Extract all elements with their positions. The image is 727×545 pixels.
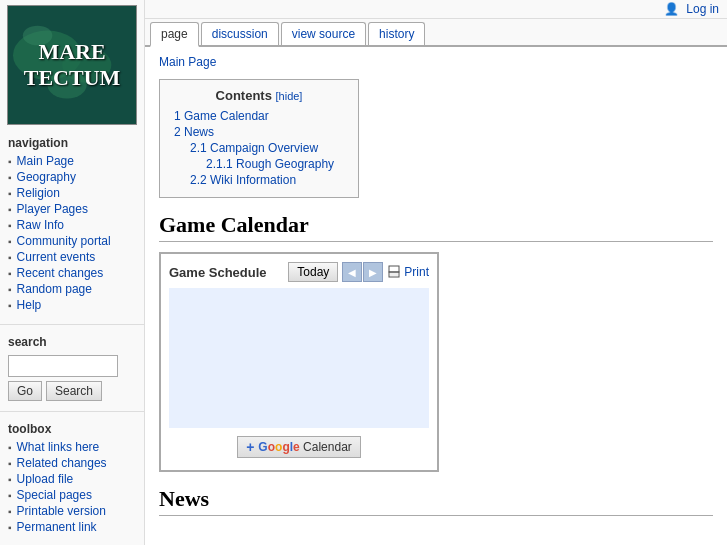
nav-raw-info[interactable]: Raw Info: [17, 218, 64, 232]
bullet-icon: ▪: [8, 236, 12, 247]
list-item: ▪ Random page: [8, 282, 136, 296]
list-item: ▪ Printable version: [8, 504, 136, 518]
bullet-icon: ▪: [8, 474, 12, 485]
search-section: search Go Search: [0, 329, 144, 407]
svg-rect-6: [389, 266, 399, 272]
logo-text: MARE TECTUM: [24, 39, 121, 92]
list-item: ▪ Help: [8, 298, 136, 312]
logo: MARE TECTUM: [7, 5, 137, 125]
toc-hide-button[interactable]: [hide]: [276, 90, 303, 102]
nav-random-page[interactable]: Random page: [17, 282, 92, 296]
sidebar: MARE TECTUM navigation ▪ Main Page ▪ Geo…: [0, 0, 145, 545]
calendar-nav: ◀ ▶: [342, 262, 383, 282]
content-area: Main Page Contents [hide] 1 Game Calenda…: [145, 47, 727, 530]
toc-link-rough-geography[interactable]: 2.1.1 Rough Geography: [206, 157, 334, 171]
calendar-prev-button[interactable]: ◀: [342, 262, 362, 282]
toolbox-permanent-link[interactable]: Permanent link: [17, 520, 97, 534]
toc-link-game-calendar[interactable]: 1 Game Calendar: [174, 109, 269, 123]
list-item: ▪ Player Pages: [8, 202, 136, 216]
news-heading: News: [159, 486, 713, 516]
bullet-icon: ▪: [8, 188, 12, 199]
toc-item: 2 News: [174, 125, 344, 139]
calendar-header: Game Schedule Today ◀ ▶ Print: [169, 262, 429, 282]
list-item: ▪ Geography: [8, 170, 136, 184]
google-plus-icon: +: [246, 439, 254, 455]
search-input[interactable]: [8, 355, 118, 377]
bullet-icon: ▪: [8, 220, 12, 231]
print-icon: [387, 265, 401, 279]
svg-rect-8: [390, 273, 398, 276]
tabs-bar: page discussion view source history: [145, 19, 727, 47]
bullet-icon: ▪: [8, 442, 12, 453]
bullet-icon: ▪: [8, 506, 12, 517]
main-content: 👤 Log in page discussion view source his…: [145, 0, 727, 545]
toc-link-wiki-information[interactable]: 2.2 Wiki Information: [190, 173, 296, 187]
toolbox-upload-file[interactable]: Upload file: [17, 472, 74, 486]
nav-community-portal[interactable]: Community portal: [17, 234, 111, 248]
toc-link-campaign-overview[interactable]: 2.1 Campaign Overview: [190, 141, 318, 155]
breadcrumb[interactable]: Main Page: [159, 55, 713, 69]
bullet-icon: ▪: [8, 252, 12, 263]
tab-page[interactable]: page: [150, 22, 199, 47]
user-icon: 👤: [664, 2, 679, 16]
nav-religion[interactable]: Religion: [17, 186, 60, 200]
navigation-section: navigation ▪ Main Page ▪ Geography ▪ Rel…: [0, 130, 144, 320]
nav-geography[interactable]: Geography: [17, 170, 76, 184]
toc-item: 2.1 Campaign Overview: [190, 141, 344, 155]
calendar-today-button[interactable]: Today: [288, 262, 338, 282]
google-calendar-button[interactable]: + Google Calendar: [237, 436, 361, 458]
toc-item: 2.1.1 Rough Geography: [206, 157, 344, 171]
bullet-icon: ▪: [8, 300, 12, 311]
login-bar: 👤 Log in: [145, 0, 727, 19]
google-calendar-label: Google Calendar: [258, 440, 351, 454]
toc-item: 2.2 Wiki Information: [190, 173, 344, 187]
nav-current-events[interactable]: Current events: [17, 250, 96, 264]
nav-main-page[interactable]: Main Page: [17, 154, 74, 168]
nav-player-pages[interactable]: Player Pages: [17, 202, 88, 216]
nav-help[interactable]: Help: [17, 298, 42, 312]
bullet-icon: ▪: [8, 522, 12, 533]
nav-recent-changes[interactable]: Recent changes: [17, 266, 104, 280]
list-item: ▪ Related changes: [8, 456, 136, 470]
search-button[interactable]: Search: [46, 381, 102, 401]
go-button[interactable]: Go: [8, 381, 42, 401]
list-item: ▪ What links here: [8, 440, 136, 454]
bullet-icon: ▪: [8, 156, 12, 167]
tab-view-source[interactable]: view source: [281, 22, 366, 45]
login-link[interactable]: Log in: [686, 2, 719, 16]
calendar-next-button[interactable]: ▶: [363, 262, 383, 282]
game-calendar-heading: Game Calendar: [159, 212, 713, 242]
bullet-icon: ▪: [8, 204, 12, 215]
bullet-icon: ▪: [8, 172, 12, 183]
bullet-icon: ▪: [8, 458, 12, 469]
list-item: ▪ Upload file: [8, 472, 136, 486]
toolbox-what-links[interactable]: What links here: [17, 440, 100, 454]
bullet-icon: ▪: [8, 490, 12, 501]
search-title: search: [8, 335, 136, 349]
toc-item: 1 Game Calendar: [174, 109, 344, 123]
toc-box: Contents [hide] 1 Game Calendar 2 News: [159, 79, 359, 198]
list-item: ▪ Recent changes: [8, 266, 136, 280]
toc-link-news[interactable]: 2 News: [174, 125, 214, 139]
calendar-body: [169, 288, 429, 428]
list-item: ▪ Current events: [8, 250, 136, 264]
toolbox-special-pages[interactable]: Special pages: [17, 488, 92, 502]
calendar-print-button[interactable]: Print: [387, 265, 429, 279]
list-item: ▪ Special pages: [8, 488, 136, 502]
list-item: ▪ Permanent link: [8, 520, 136, 534]
list-item: ▪ Main Page: [8, 154, 136, 168]
tab-history[interactable]: history: [368, 22, 425, 45]
toolbox-title: toolbox: [8, 422, 136, 436]
search-buttons: Go Search: [8, 381, 136, 401]
calendar-title: Game Schedule: [169, 265, 288, 280]
list-item: ▪ Community portal: [8, 234, 136, 248]
toolbox-related-changes[interactable]: Related changes: [17, 456, 107, 470]
list-item: ▪ Religion: [8, 186, 136, 200]
toolbox-printable-version[interactable]: Printable version: [17, 504, 106, 518]
tab-discussion[interactable]: discussion: [201, 22, 279, 45]
navigation-title: navigation: [8, 136, 136, 150]
bullet-icon: ▪: [8, 284, 12, 295]
calendar-widget: Game Schedule Today ◀ ▶ Print: [159, 252, 439, 472]
list-item: ▪ Raw Info: [8, 218, 136, 232]
toc-title: Contents [hide]: [174, 88, 344, 103]
